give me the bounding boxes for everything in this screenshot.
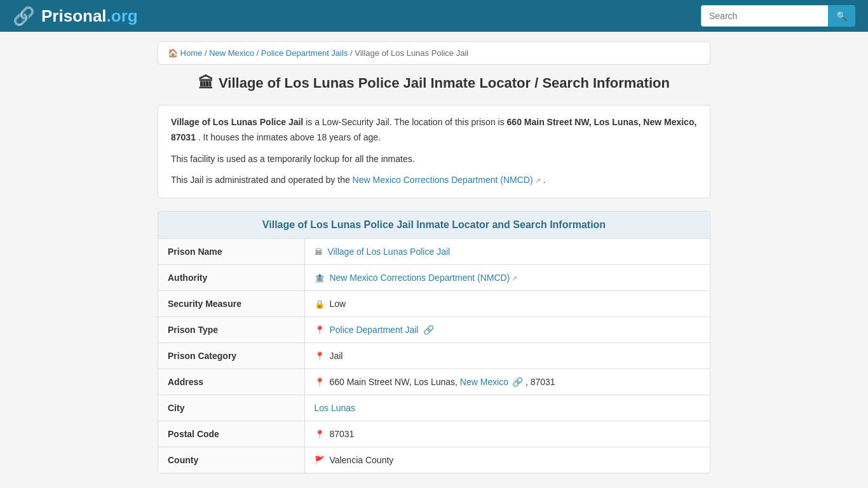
category-value: Jail <box>329 351 342 361</box>
label-postal: Postal Code <box>158 421 304 447</box>
category-icon: 📍 <box>315 351 325 361</box>
table-row: Authority 🏦 New Mexico Corrections Depar… <box>158 265 710 291</box>
info-section-title: Village of Los Lunas Police Jail Inmate … <box>158 212 710 239</box>
desc-para-3: This Jail is administrated and operated … <box>171 173 697 188</box>
desc-para-3-prefix: This Jail is administrated and operated … <box>171 175 353 185</box>
address-text-prefix: 660 Main Street NW, Los Lunas, <box>329 377 459 387</box>
prison-type-link[interactable]: Police Department Jail <box>329 325 418 335</box>
desc-para-2: This facility is used as a temporarily l… <box>171 152 697 167</box>
postal-value: 87031 <box>329 429 354 439</box>
page-title-text: Village of Los Lunas Police Jail Inmate … <box>219 75 670 92</box>
logo-area: 🔗 Prisonal.org <box>13 6 138 27</box>
value-city: Los Lunas <box>304 395 710 421</box>
value-prison-category: 📍 Jail <box>304 343 710 369</box>
search-button[interactable]: 🔍 <box>828 5 855 27</box>
label-city: City <box>158 395 304 421</box>
breadcrumb-new-mexico[interactable]: New Mexico <box>209 48 254 58</box>
logo-icon: 🔗 <box>13 6 35 27</box>
table-row: Postal Code 📍 87031 <box>158 421 710 447</box>
label-address: Address <box>158 369 304 395</box>
authority-icon: 🏦 <box>315 273 325 283</box>
address-icon: 📍 <box>315 377 325 387</box>
breadcrumb-sep-2: / <box>257 48 261 58</box>
page-title: 🏛 Village of Los Lunas Police Jail Inmat… <box>158 74 710 92</box>
description-section: Village of Los Lunas Police Jail is a Lo… <box>158 105 710 198</box>
search-area: 🔍 <box>701 5 855 27</box>
lock-icon: 🔒 <box>315 299 325 309</box>
value-security: 🔒 Low <box>304 291 710 317</box>
prison-name-link[interactable]: Village of Los Lunas Police Jail <box>327 247 450 257</box>
authority-table-link[interactable]: New Mexico Corrections Department (NMCD) <box>329 273 517 283</box>
value-authority: 🏦 New Mexico Corrections Department (NMC… <box>304 265 710 291</box>
logo-brand[interactable]: Prisonal <box>41 6 107 25</box>
table-row: Prison Name 🏛 Village of Los Lunas Polic… <box>158 239 710 265</box>
address-postal: , 87031 <box>526 377 555 387</box>
county-icon: 🚩 <box>315 456 325 465</box>
value-county: 🚩 Valencia County <box>304 447 710 473</box>
value-prison-name: 🏛 Village of Los Lunas Police Jail <box>304 239 710 265</box>
county-value: Valencia County <box>329 455 393 465</box>
security-value: Low <box>329 299 346 309</box>
breadcrumb-current: Village of Los Lunas Police Jail <box>355 48 468 58</box>
breadcrumb-home[interactable]: 🏠 Home <box>168 48 202 58</box>
value-prison-type: 📍 Police Department Jail 🔗 <box>304 317 710 343</box>
authority-link[interactable]: New Mexico Corrections Department (NMCD) <box>353 175 541 185</box>
table-row: City Los Lunas <box>158 395 710 421</box>
city-link[interactable]: Los Lunas <box>315 403 356 413</box>
prison-name-icon: 🏛 <box>315 247 323 257</box>
site-header: 🔗 Prisonal.org 🔍 <box>0 0 868 32</box>
desc-para-1-suffix: . It houses the inmates above 18 years o… <box>198 132 381 142</box>
table-row: Security Measure 🔒 Low <box>158 291 710 317</box>
value-address: 📍 660 Main Street NW, Los Lunas, New Mex… <box>304 369 710 395</box>
desc-para-1-text: is a Low-Security Jail. The location of … <box>306 117 506 127</box>
table-row: Address 📍 660 Main Street NW, Los Lunas,… <box>158 369 710 395</box>
breadcrumb: 🏠 Home / New Mexico / Police Department … <box>158 41 710 65</box>
label-county: County <box>158 447 304 473</box>
search-input[interactable] <box>701 5 828 27</box>
table-row: Prison Category 📍 Jail <box>158 343 710 369</box>
info-table: Prison Name 🏛 Village of Los Lunas Polic… <box>158 239 710 473</box>
main-content: 🏠 Home / New Mexico / Police Department … <box>148 32 720 483</box>
info-section: Village of Los Lunas Police Jail Inmate … <box>158 211 710 473</box>
table-row: County 🚩 Valencia County <box>158 447 710 473</box>
label-security: Security Measure <box>158 291 304 317</box>
prison-type-icon: 📍 <box>315 325 325 335</box>
address-map-icon: 🔗 <box>512 377 523 387</box>
prison-icon: 🏛 <box>198 74 214 92</box>
logo-domain: .org <box>107 6 138 25</box>
desc-para-3-suffix: . <box>543 175 546 185</box>
logo-text: Prisonal.org <box>41 6 138 26</box>
value-postal: 📍 87031 <box>304 421 710 447</box>
prison-type-map-icon: 🔗 <box>423 325 434 335</box>
label-prison-type: Prison Type <box>158 317 304 343</box>
prison-name-bold: Village of Los Lunas Police Jail <box>171 117 303 127</box>
label-prison-name: Prison Name <box>158 239 304 265</box>
label-authority: Authority <box>158 265 304 291</box>
desc-para-1: Village of Los Lunas Police Jail is a Lo… <box>171 115 697 146</box>
address-state-link[interactable]: New Mexico <box>460 377 508 387</box>
breadcrumb-police-dept-jails[interactable]: Police Department Jails <box>261 48 348 58</box>
postal-icon: 📍 <box>315 430 325 439</box>
table-row: Prison Type 📍 Police Department Jail 🔗 <box>158 317 710 343</box>
label-prison-category: Prison Category <box>158 343 304 369</box>
